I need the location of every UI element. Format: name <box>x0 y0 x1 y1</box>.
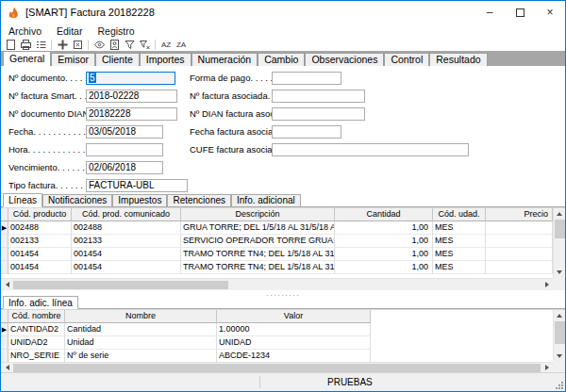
input-numero-documento-dian[interactable]: 20182228 <box>86 107 177 121</box>
scroll-up-icon[interactable] <box>554 208 566 220</box>
cell[interactable]: Unidad <box>65 336 217 350</box>
lines-grid-horizontal-scrollbar[interactable] <box>1 278 553 290</box>
table-row[interactable]: 001454001454TRAMO TORRE TN4; DEL 1/5/18 … <box>1 248 553 261</box>
tab-cliente[interactable]: Cliente <box>95 53 140 66</box>
cell[interactable]: Cantidad <box>65 323 217 336</box>
tab-notificaciones[interactable]: Notificaciones <box>42 194 112 206</box>
info-grid-horizontal-scrollbar[interactable] <box>1 362 553 372</box>
menu-item-archivo[interactable]: Archivo <box>8 25 42 37</box>
column-header-precio[interactable]: Precio <box>486 208 553 221</box>
scroll-down-icon[interactable] <box>554 267 566 278</box>
cell[interactable]: UNIDAD <box>217 336 371 350</box>
tab-impuestos[interactable]: Impuestos <box>112 194 167 206</box>
scroll-up-icon[interactable] <box>554 310 566 321</box>
scroll-right-icon[interactable] <box>541 279 553 290</box>
cell[interactable]: 001454 <box>72 248 181 261</box>
table-row[interactable]: 002133002133SERVICIO OPERADOR TORRE GRUA… <box>1 235 553 248</box>
info-grid-vertical-scrollbar[interactable] <box>553 310 565 362</box>
cell[interactable]: Nº de serie <box>65 350 217 362</box>
cell[interactable]: ABCDE-1234 <box>217 350 371 362</box>
tab-emisor[interactable]: Emisor <box>51 53 95 66</box>
tab-general[interactable]: General <box>3 51 51 66</box>
cell[interactable]: 001454 <box>72 261 181 274</box>
cell[interactable]: MES <box>433 261 486 274</box>
cell[interactable]: 1,00 <box>335 235 433 248</box>
cell[interactable]: 002488 <box>72 221 181 235</box>
tab-control[interactable]: Control <box>384 53 429 66</box>
column-header-valor[interactable]: Valor <box>217 310 371 323</box>
table-row[interactable]: ▶CANTIDAD2Cantidad1.00000 <box>1 323 553 336</box>
cell[interactable]: UNIDAD2 <box>8 336 65 350</box>
cell[interactable]: SERVICIO OPERADOR TORRE GRUA; DEL 1/5 <box>181 235 335 248</box>
input-hora[interactable] <box>86 143 163 156</box>
column-header-descripcion[interactable]: Descripción <box>181 208 335 221</box>
cell[interactable] <box>486 248 553 261</box>
tab-lineas[interactable]: Líneas <box>3 193 42 207</box>
tab-importes[interactable]: Importes <box>140 53 191 66</box>
cell[interactable]: TRAMO TORRE TN4; DEL 1/5/18 AL 31/5/18 A <box>181 248 335 261</box>
cell[interactable]: 001454 <box>8 248 72 261</box>
clear-filter-icon[interactable] <box>138 39 151 51</box>
column-header-cod-producto[interactable]: Cód. producto <box>8 208 72 221</box>
cell[interactable] <box>486 235 553 248</box>
tab-observaciones[interactable]: Observaciones <box>305 53 384 66</box>
column-header-cod-prod-comunicado[interactable]: Cód. prod. comunicado <box>72 208 181 221</box>
input-numero-factura-smart[interactable]: 2018-02228 <box>86 90 177 103</box>
cell[interactable]: NRO_SERIE <box>8 350 65 362</box>
cell[interactable]: CANTIDAD2 <box>8 323 65 336</box>
cell[interactable]: 1,00 <box>335 221 433 235</box>
resize-grip-icon[interactable] <box>556 382 564 390</box>
cell[interactable]: 002488 <box>8 221 72 235</box>
column-header-cod-udad[interactable]: Cód. udad. <box>433 208 486 221</box>
add-icon[interactable] <box>56 39 69 51</box>
input-vencimiento[interactable]: 02/06/2018 <box>86 161 163 174</box>
column-header-cod-nombre[interactable]: Cód. nombre <box>8 310 65 323</box>
column-header-nombre[interactable]: Nombre <box>65 310 217 323</box>
cell[interactable]: 002133 <box>8 235 72 248</box>
cell[interactable]: MES <box>433 235 486 248</box>
table-row[interactable]: ▶002488002488GRUA TORRE; DEL 1/5/18 AL 3… <box>1 221 553 235</box>
filter-icon[interactable] <box>123 39 136 51</box>
input-numero-factura-asociada[interactable] <box>272 90 365 103</box>
menu-item-editar[interactable]: Editar <box>57 25 82 37</box>
input-fecha-factura-asociada[interactable] <box>272 125 341 139</box>
menu-item-registro[interactable]: Registro <box>97 25 134 37</box>
cell[interactable]: 1,00 <box>335 261 433 274</box>
new-document-icon[interactable] <box>4 39 17 51</box>
delete-icon[interactable] <box>71 39 84 51</box>
column-header-cantidad[interactable]: Cantidad <box>335 208 433 221</box>
close-button[interactable]: × <box>535 1 565 24</box>
cell[interactable]: GRUA TORRE; DEL 1/5/18 AL 31/5/18 ALQUIL <box>181 221 335 235</box>
cell[interactable] <box>486 221 553 235</box>
scrollbar-thumb[interactable] <box>13 281 228 289</box>
minimize-button[interactable]: – <box>474 1 505 24</box>
cell[interactable]: MES <box>433 248 486 261</box>
cell[interactable]: MES <box>433 221 486 235</box>
input-fecha[interactable]: 03/05/2018 <box>86 125 163 139</box>
cell[interactable]: 1,00 <box>335 248 433 261</box>
lines-grid-vertical-scrollbar[interactable] <box>553 208 565 278</box>
table-row[interactable]: UNIDAD2UnidadUNIDAD <box>1 336 553 350</box>
cell[interactable]: 1.00000 <box>217 323 371 336</box>
cell[interactable]: 002133 <box>72 235 181 248</box>
input-forma-de-pago[interactable] <box>272 72 341 85</box>
cell[interactable] <box>486 261 553 274</box>
tab-info-adic-linea[interactable]: Info. adic. línea <box>3 296 78 309</box>
scrollbar-thumb[interactable] <box>555 321 565 344</box>
table-row[interactable]: NRO_SERIENº de serieABCDE-1234 <box>1 350 553 362</box>
tab-cambio[interactable]: Cambio <box>258 53 305 66</box>
input-numero-documento[interactable]: 5 <box>86 72 175 85</box>
input-cufe-factura-asociada[interactable] <box>272 143 469 156</box>
tab-retenciones[interactable]: Retenciones <box>167 194 231 206</box>
cell[interactable]: 001454 <box>8 261 72 274</box>
view-icon[interactable] <box>92 39 106 51</box>
sort-az-icon[interactable]: AZ <box>159 39 173 51</box>
scrollbar-thumb[interactable] <box>555 220 565 238</box>
tab-info-adicional[interactable]: Info. adicional <box>231 194 301 206</box>
print-icon[interactable] <box>19 39 32 51</box>
record-card-icon[interactable] <box>108 39 121 51</box>
table-row[interactable]: 001454001454TRAMO TORRE TN4; DEL 1/5/18 … <box>1 261 553 274</box>
cell[interactable]: TRAMO TORRE TN4; DEL 1/5/18 AL 31/5/18 A <box>181 261 335 274</box>
maximize-button[interactable] <box>505 1 535 24</box>
list-icon[interactable] <box>34 39 47 51</box>
